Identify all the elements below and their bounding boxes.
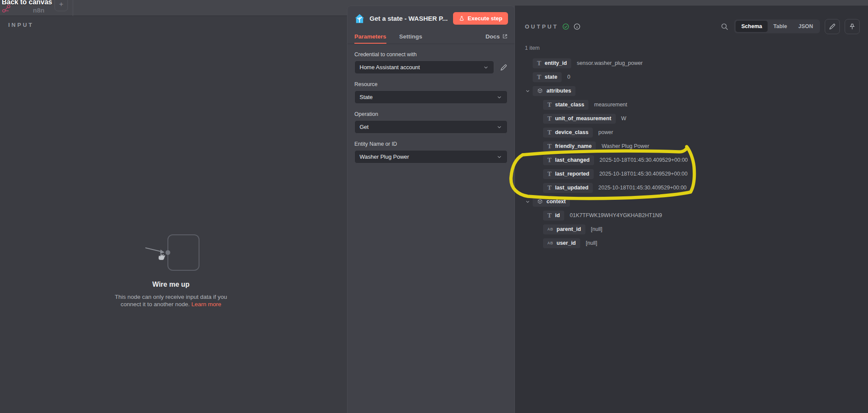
schema-row[interactable]: T AB last_changed 2025-10-18T01:45:30.40… (525, 153, 864, 167)
docs-link[interactable]: Docs (485, 33, 508, 40)
schema-key: user_id (556, 240, 575, 246)
schema-row[interactable]: T AB id 01K7TFWK19WHY4YGKHAB2HT1N9 (525, 208, 864, 222)
resource-label: Resource (354, 81, 508, 87)
chevron-down-icon[interactable] (525, 199, 530, 205)
schema-key: device_class (555, 129, 588, 135)
topbar-divider (73, 0, 73, 16)
entity-value: Washer Plug Power (360, 154, 409, 160)
null-type-icon: AB (547, 227, 553, 231)
schema-key-pill: T AB id (543, 211, 564, 221)
node-tabs: Parameters Settings Docs (347, 29, 514, 44)
string-type-icon: T (547, 143, 552, 150)
node-settings-panel: Get a state - WASHER P... Execute step P… (347, 6, 515, 413)
string-type-icon: T (547, 171, 552, 177)
schema-value: 2025-10-18T01:45:30.409529+00:00 (600, 157, 688, 163)
schema-key-pill: T AB parent_id (543, 224, 585, 234)
schema-row[interactable]: T AB state 0 (525, 70, 864, 84)
schema-key-pill: T AB last_updated (543, 183, 593, 193)
schema-row[interactable]: T AB last_updated 2025-10-18T01:45:30.40… (525, 181, 864, 195)
schema-key-pill: T AB entity_id (533, 58, 571, 68)
output-items-count: 1 item (525, 45, 540, 51)
schema-key-pill: T AB last_changed (543, 155, 594, 165)
learn-more-link[interactable]: Learn more (191, 301, 221, 307)
input-panel-title: INPUT (8, 22, 34, 28)
view-schema-button[interactable]: Schema (736, 21, 768, 32)
schema-key-pill: T AB device_class (543, 128, 593, 138)
null-type-icon: AB (547, 241, 553, 245)
schema-key: context (547, 198, 566, 205)
schema-key-pill: T AB state_class (543, 100, 588, 110)
schema-row[interactable]: T AB user_id [null] (525, 236, 864, 250)
schema-value: W (621, 115, 627, 122)
schema-key-pill: T AB last_reported (543, 169, 594, 179)
schema-row[interactable]: T AB context (525, 195, 864, 208)
edit-output-button[interactable] (825, 19, 840, 34)
schema-row[interactable]: T AB friendly_name Washer Plug Power (525, 139, 864, 153)
back-to-canvas-button[interactable]: Back to canvas (2, 0, 52, 6)
schema-row[interactable]: T AB entity_id sensor.washer_plug_power (525, 56, 864, 70)
chevron-down-icon (483, 64, 489, 70)
entity-select[interactable]: Washer Plug Power (354, 150, 508, 163)
schema-value: 2025-10-18T01:45:30.409529+00:00 (598, 185, 687, 191)
schema-row[interactable]: T AB last_reported 2025-10-18T01:45:30.4… (525, 167, 864, 181)
chevron-down-icon[interactable] (525, 88, 530, 94)
schema-row[interactable]: T AB device_class power (525, 125, 864, 139)
string-type-icon: T (547, 185, 552, 191)
chevron-down-icon (496, 154, 502, 160)
schema-key: entity_id (545, 60, 567, 66)
external-link-icon (502, 34, 508, 39)
wire-me-up-illustration (139, 231, 204, 278)
schema-row[interactable]: T AB unit_of_measurement W (525, 112, 864, 125)
wire-me-up-line1: This node can only receive input data if… (115, 294, 227, 300)
search-icon[interactable] (720, 22, 730, 32)
output-panel: OUTPUT Schema Table JSON (515, 6, 868, 413)
operation-select[interactable]: Get (354, 120, 508, 134)
schema-key: last_updated (555, 185, 588, 191)
schema-key: unit_of_measurement (555, 115, 611, 122)
chevron-down-icon (496, 94, 502, 100)
docs-label: Docs (485, 33, 500, 40)
object-type-icon (537, 88, 543, 94)
info-icon[interactable] (573, 23, 581, 30)
view-json-button[interactable]: JSON (793, 21, 819, 32)
view-table-button[interactable]: Table (768, 21, 793, 32)
edit-credential-button[interactable] (500, 64, 508, 71)
schema-key: parent_id (556, 226, 581, 232)
schema-key-pill: T AB attributes (533, 86, 575, 96)
schema-value: measurement (594, 102, 627, 108)
resource-field: Resource State (354, 81, 508, 104)
success-check-icon (562, 23, 569, 30)
schema-key-pill: T AB unit_of_measurement (543, 114, 616, 124)
schema-key: attributes (547, 88, 571, 94)
schema-key-pill: T AB user_id (543, 238, 580, 248)
operation-field: Operation Get (354, 111, 508, 134)
resource-select[interactable]: State (354, 90, 508, 104)
wire-me-up-heading: Wire me up (0, 281, 342, 288)
credential-select[interactable]: Home Assistant account (354, 61, 494, 74)
string-type-icon: T (547, 102, 552, 108)
schema-value: Washer Plug Power (601, 143, 649, 149)
string-type-icon: T (547, 212, 552, 219)
schema-value: 2025-10-18T01:45:30.409529+00:00 (599, 171, 688, 177)
credential-field: Credential to connect with Home Assistan… (354, 51, 508, 74)
execute-step-button[interactable]: Execute step (453, 12, 508, 25)
output-header: OUTPUT Schema Table JSON (525, 18, 860, 35)
string-type-icon: T (537, 74, 541, 80)
node-parameters-form: Credential to connect with Home Assistan… (347, 44, 514, 178)
schema-key-pill: T AB state (533, 72, 562, 82)
object-type-icon (537, 198, 543, 205)
schema-row[interactable]: T AB parent_id [null] (525, 222, 864, 236)
tab-settings[interactable]: Settings (399, 29, 422, 44)
schema-row[interactable]: T AB state_class measurement (525, 98, 864, 112)
tab-parameters[interactable]: Parameters (354, 29, 386, 44)
entity-field: Entity Name or ID Washer Plug Power (354, 141, 508, 163)
wire-me-up-description: This node can only receive input data if… (0, 293, 342, 308)
schema-key: friendly_name (555, 143, 592, 149)
new-tab-button[interactable]: + (55, 0, 68, 11)
n8n-tab-label: n8n (33, 6, 45, 14)
schema-value: power (598, 129, 613, 135)
schema-key: id (555, 212, 560, 218)
pin-data-button[interactable] (845, 19, 860, 34)
schema-row[interactable]: T AB attributes (525, 84, 864, 98)
schema-key: last_reported (555, 171, 589, 177)
